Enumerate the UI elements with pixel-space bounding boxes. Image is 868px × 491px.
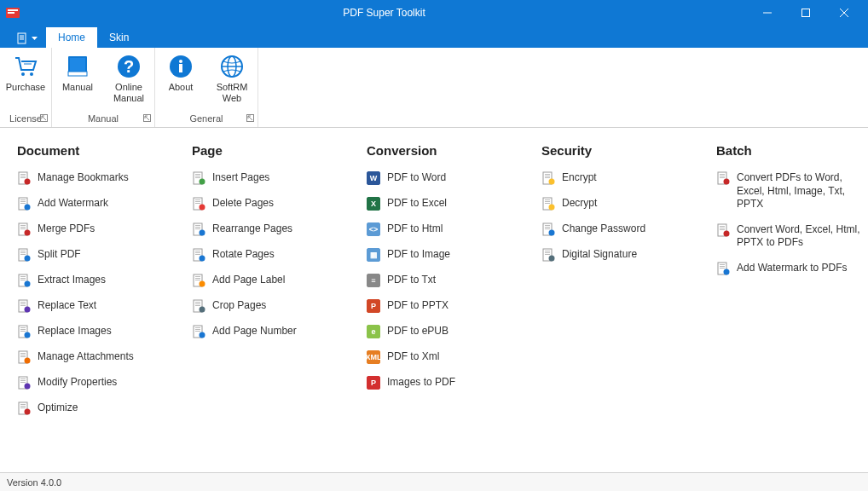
dialog-launcher-icon[interactable] (40, 113, 48, 124)
list-item[interactable]: ▦PDF to Image (367, 248, 537, 262)
chevron-down-icon (32, 37, 38, 40)
list-item[interactable]: Encrypt (541, 171, 712, 185)
list-item-label: Decrypt (562, 197, 597, 211)
dialog-launcher-icon[interactable] (143, 113, 151, 124)
list-item[interactable]: Modify Properties (17, 376, 188, 390)
list-item-label: Manage Bookmarks (38, 171, 129, 185)
svg-rect-143 (720, 229, 725, 230)
purchase-button[interactable]: Purchase (5, 53, 46, 93)
svg-point-109 (200, 307, 205, 313)
list-item-label: PDF to ePUB (387, 325, 448, 338)
list-item[interactable]: XPDF to Excel (367, 197, 537, 211)
list-item-label: Images to PDF (387, 376, 455, 390)
split-icon (17, 248, 31, 262)
list-item[interactable]: PImages to PDF (367, 376, 537, 390)
maximize-button[interactable] (786, 0, 825, 26)
svg-point-39 (25, 205, 31, 211)
svg-point-49 (25, 256, 31, 262)
batch-convert-icon (716, 171, 730, 185)
ribbon: Purchase License Manual ? Online Manual (0, 48, 868, 128)
list-item[interactable]: Manage Attachments (17, 350, 188, 364)
list-item[interactable]: Convert Word, Excel, Html, PPTX to PDFs (716, 223, 868, 250)
list-item[interactable]: Change Password (541, 222, 712, 236)
svg-rect-117 (545, 176, 550, 176)
list-item-label: Add Page Label (212, 274, 285, 287)
about-button[interactable]: About (160, 53, 201, 93)
list-item-label: Optimize (38, 401, 78, 415)
list-item-label: PDF to PPTX (387, 299, 448, 313)
list-item[interactable]: ≡PDF to Txt (367, 274, 537, 287)
svg-point-94 (200, 230, 205, 236)
svg-rect-141 (720, 226, 725, 227)
dialog-launcher-icon[interactable] (246, 113, 254, 124)
list-item[interactable]: ePDF to ePUB (367, 325, 537, 338)
list-item[interactable]: Add Watermark (17, 197, 188, 211)
list-item[interactable]: Crop Pages (192, 299, 362, 313)
list-item[interactable]: Manage Bookmarks (17, 171, 188, 185)
list-item[interactable]: Replace Images (17, 325, 188, 338)
list-item[interactable]: Add Page Label (192, 274, 362, 287)
svg-rect-146 (720, 264, 725, 265)
tab-skin[interactable]: Skin (97, 27, 141, 48)
list-item[interactable]: Insert Pages (192, 171, 362, 185)
list-item[interactable]: Add Watermark to PDFs (716, 262, 868, 275)
list-item[interactable]: Optimize (17, 401, 188, 415)
svg-point-139 (724, 179, 730, 185)
list-item[interactable]: Convert PDFs to Word, Excel, Html, Image… (716, 171, 868, 211)
svg-point-12 (21, 72, 25, 76)
svg-point-54 (25, 281, 31, 287)
list-item-label: Replace Images (38, 325, 112, 338)
file-menu-icon (17, 32, 29, 44)
list-item[interactable]: Decrypt (541, 197, 712, 211)
list-item[interactable]: Rearrange Pages (192, 222, 362, 236)
svg-point-144 (724, 230, 730, 236)
list-item-label: Rotate Pages (212, 248, 275, 262)
list-item-label: PDF to Xml (387, 350, 439, 364)
svg-rect-133 (545, 254, 550, 255)
list-item[interactable]: Extract Images (17, 274, 188, 287)
svg-rect-48 (20, 254, 26, 255)
signature-icon (541, 248, 555, 262)
list-item[interactable]: Merge PDFs (17, 222, 188, 236)
html-icon: <> (367, 222, 380, 236)
images-to-pdf-icon: P (367, 376, 380, 390)
manual-button[interactable]: Manual (57, 53, 98, 93)
list-item[interactable]: Digital Signature (541, 248, 712, 262)
svg-rect-93 (195, 228, 200, 229)
list-item[interactable]: XMLPDF to Xml (367, 350, 537, 364)
svg-rect-4 (801, 9, 809, 17)
list-item[interactable]: Add Page Number (192, 325, 362, 338)
list-item[interactable]: Delete Pages (192, 197, 362, 211)
svg-rect-126 (545, 225, 550, 226)
svg-rect-101 (195, 276, 200, 277)
minimize-button[interactable] (748, 0, 786, 26)
svg-rect-97 (195, 252, 200, 253)
excel-icon: X (367, 197, 380, 211)
tab-home[interactable]: Home (46, 27, 97, 48)
list-item[interactable]: WPDF to Word (367, 171, 537, 185)
bookmark-icon (17, 171, 31, 185)
crop-icon (192, 299, 205, 313)
svg-rect-82 (195, 176, 200, 176)
list-item[interactable]: <>PDF to Html (367, 222, 537, 236)
list-item[interactable]: Rotate Pages (192, 248, 362, 262)
svg-rect-96 (195, 251, 200, 251)
info-icon (167, 53, 194, 80)
file-menu-button[interactable] (9, 29, 46, 48)
list-item-label: Merge PDFs (38, 222, 95, 236)
list-item[interactable]: PPDF to PPTX (367, 299, 537, 313)
close-button[interactable] (825, 0, 863, 26)
svg-point-134 (549, 256, 555, 262)
list-item[interactable]: Replace Text (17, 299, 188, 313)
softrm-web-button[interactable]: SoftRM Web (211, 53, 252, 103)
svg-point-104 (200, 281, 205, 287)
list-item-label: Delete Pages (212, 197, 274, 211)
online-manual-button[interactable]: ? Online Manual (108, 53, 149, 103)
list-item[interactable]: Split PDF (17, 248, 188, 262)
svg-rect-1 (8, 9, 18, 11)
list-item-label: Add Watermark (38, 197, 108, 211)
pptx-icon: P (367, 299, 380, 313)
column-page: Page Insert PagesDelete PagesRearrange P… (192, 143, 362, 464)
svg-point-89 (200, 205, 205, 211)
list-item-label: Split PDF (38, 248, 81, 262)
